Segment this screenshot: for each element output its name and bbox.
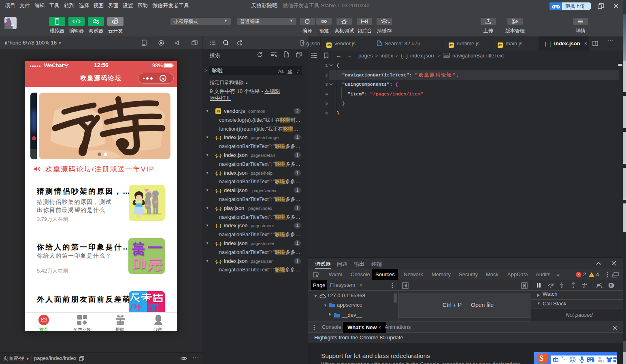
svg-text:21: 21 bbox=[600, 360, 604, 363]
